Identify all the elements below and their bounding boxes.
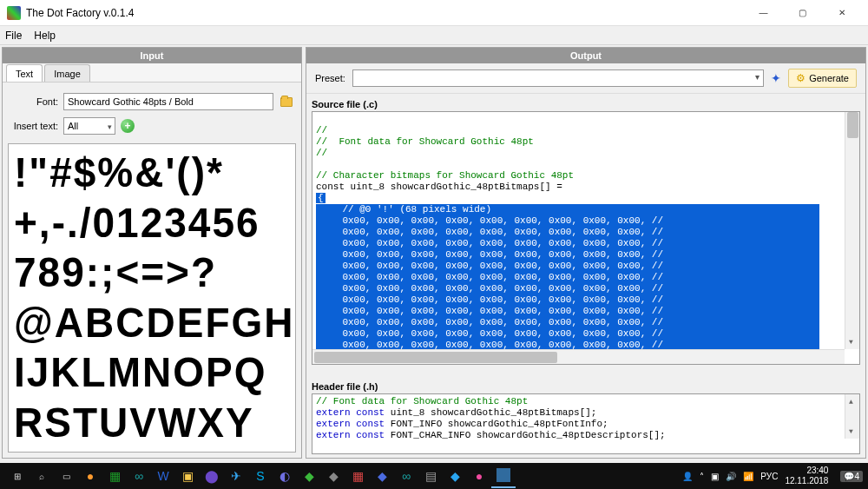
taskbar: ⊞ ⌕ ▭ ● ▦ ∞ W ▣ ⬤ ✈ S ◐ ◆ ◆ ▦ ◆ ∞ ▤ ◆ ● … <box>0 463 868 489</box>
source-scrollbar-x[interactable] <box>312 349 845 364</box>
taskbar-app-9[interactable]: ◐ <box>273 464 297 488</box>
glyph-preview: !"#$%&'()* +,-./0123456 789:;<=>? @ABCDE… <box>8 143 296 453</box>
taskview-icon[interactable]: ▭ <box>54 464 78 488</box>
preset-dropdown[interactable] <box>352 69 764 87</box>
taskbar-app-14[interactable]: ∞ <box>394 464 418 488</box>
menu-file[interactable]: File <box>5 30 22 42</box>
folder-icon <box>280 97 293 107</box>
browse-font-button[interactable] <box>279 94 294 109</box>
taskbar-app-12[interactable]: ▦ <box>345 464 370 488</box>
minimize-button[interactable]: — <box>744 0 783 26</box>
source-file-header: Source file (.c) <box>312 97 860 111</box>
tray-people-icon[interactable]: 👤 <box>682 472 693 481</box>
taskbar-app-10[interactable]: ◆ <box>297 464 321 488</box>
taskbar-app-8[interactable]: S <box>248 464 273 488</box>
taskbar-app-3[interactable]: ∞ <box>127 464 151 488</box>
app-icon <box>7 6 21 20</box>
menu-help[interactable]: Help <box>34 30 56 42</box>
insert-text-label: Insert text: <box>10 121 58 131</box>
tray-lang[interactable]: РУС <box>760 472 778 481</box>
window-title: The Dot Factory v.0.1.4 <box>26 7 744 19</box>
taskbar-app-13[interactable]: ◆ <box>370 464 394 488</box>
taskbar-app-1[interactable]: ● <box>78 464 102 488</box>
wand-icon[interactable]: ✦ <box>771 71 781 85</box>
font-label: Font: <box>10 96 58 107</box>
taskbar-app-15[interactable]: ▤ <box>418 464 443 488</box>
header-file-header: Header file (.h) <box>312 380 860 393</box>
notifications-icon[interactable]: 💬4 <box>840 471 863 482</box>
start-button[interactable]: ⊞ <box>5 464 30 488</box>
tray-volume-icon[interactable]: 🔊 <box>726 472 736 481</box>
add-button[interactable]: + <box>121 119 135 133</box>
taskbar-app-5[interactable]: ▣ <box>175 464 200 488</box>
taskbar-app-4[interactable]: W <box>151 464 175 488</box>
preset-label: Preset: <box>315 73 345 83</box>
source-file-textbox[interactable]: // // Font data for Showcard Gothic 48pt… <box>312 111 860 365</box>
insert-text-dropdown[interactable]: All <box>63 117 115 135</box>
tab-text[interactable]: Text <box>6 64 43 82</box>
search-icon[interactable]: ⌕ <box>30 464 54 488</box>
close-button[interactable]: ✕ <box>822 0 861 26</box>
taskbar-app-17[interactable]: ● <box>467 464 491 488</box>
font-input[interactable] <box>63 93 273 110</box>
taskbar-app-2[interactable]: ▦ <box>102 464 127 488</box>
tab-image[interactable]: Image <box>44 64 90 82</box>
taskbar-app-16[interactable]: ◆ <box>443 464 467 488</box>
tray-bt-icon[interactable]: ▣ <box>711 472 719 481</box>
gear-icon: ⚙ <box>796 72 806 84</box>
system-tray: 👤 ˄ ▣ 🔊 📶 РУС 23:40 12.11.2018 💬4 <box>682 466 863 486</box>
taskbar-app-6[interactable]: ⬤ <box>200 464 224 488</box>
taskbar-app-7[interactable]: ✈ <box>224 464 248 488</box>
tray-chevron-icon[interactable]: ˄ <box>700 472 704 481</box>
output-panel-header: Output <box>306 48 865 63</box>
source-scrollbar-y[interactable]: ▲▼ <box>845 112 859 349</box>
tray-wifi-icon[interactable]: 📶 <box>743 472 753 481</box>
input-panel-header: Input <box>3 48 301 63</box>
header-scrollbar-y[interactable]: ▲▼ <box>845 394 859 439</box>
taskbar-clock[interactable]: 23:40 12.11.2018 <box>785 466 833 486</box>
maximize-button[interactable]: ▢ <box>783 0 822 26</box>
taskbar-app-11[interactable]: ◆ <box>321 464 345 488</box>
taskbar-app-current[interactable] <box>491 464 516 488</box>
generate-button[interactable]: ⚙ Generate <box>788 69 857 88</box>
header-file-textbox[interactable]: // Font data for Showcard Gothic 48pt ex… <box>312 393 860 454</box>
